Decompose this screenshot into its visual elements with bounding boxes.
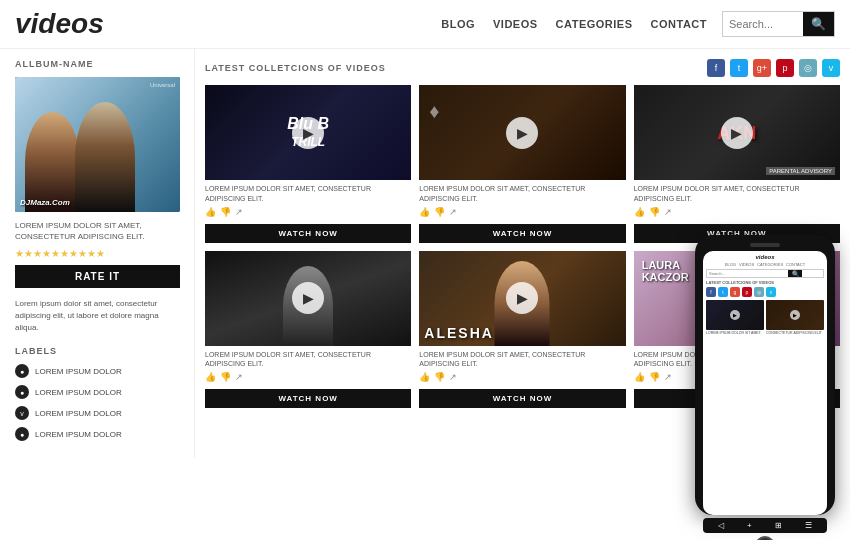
like-icon-3[interactable]: 👍 [634,207,645,217]
video-card-2: ♦ ▶ LOREM IPSUM DOLOR SIT AMET, CONSECTE… [419,85,625,243]
video-thumb-1[interactable]: Blu BTRILL ▶ [205,85,411,180]
like-icon-6[interactable]: 👍 [634,372,645,382]
label-dot-3: v [15,406,29,420]
album-long-description: Lorem ipsum dolor sit amet, consectetur … [15,298,179,334]
nav-blog[interactable]: BLOG [441,18,475,30]
phone-outer: videos BLOG VIDEOS CATEGORIES CONTACT 🔍 … [695,235,835,515]
rate-button[interactable]: RATE IT [15,265,180,288]
video-thumb-4[interactable]: ▶ [205,251,411,346]
phone-nav-contact: CONTACT [786,262,805,267]
phone-play-1[interactable]: ▶ [730,310,740,320]
nav-videos[interactable]: VIDEOS [493,18,538,30]
video-desc-1: LOREM IPSUM DOLOR SIT AMET, CONSECTETUR … [205,184,411,204]
video-thumb-2[interactable]: ♦ ▶ [419,85,625,180]
list-item: v LOREM IPSUM DOLOR [15,406,179,420]
video-desc-5: LOREM IPSUM DOLOR SIT AMET, CONSECTETUR … [419,350,625,370]
phone-fb-icon[interactable]: f [706,287,716,297]
list-item: ● LOREM IPSUM DOLOR [15,364,179,378]
phone-grid-icon[interactable]: ⊞ [775,521,782,530]
share-icon-2[interactable]: ↗ [449,207,457,217]
phone-menu-icon[interactable]: ☰ [805,521,812,530]
pinterest-icon[interactable]: p [776,59,794,77]
phone-social-icons: f t g p ◎ v [706,287,824,297]
phone-nav-blog: BLOG [725,262,736,267]
like-icon-1[interactable]: 👍 [205,207,216,217]
video-grid-row1: Blu BTRILL ▶ LOREM IPSUM DOLOR SIT AMET,… [205,85,840,243]
phone-nav-categories: CATEGORIES [757,262,783,267]
search-button[interactable]: 🔍 [803,12,834,36]
phone-search: 🔍 [706,269,824,278]
phone-back-icon[interactable]: ◁ [718,521,724,530]
dislike-icon-5[interactable]: 👎 [434,372,445,382]
dislike-icon-6[interactable]: 👎 [649,372,660,382]
video-desc-4: LOREM IPSUM DOLOR SIT AMET, CONSECTETUR … [205,350,411,370]
video-card-1: Blu BTRILL ▶ LOREM IPSUM DOLOR SIT AMET,… [205,85,411,243]
watch-button-1[interactable]: WATCH NOW [205,224,411,243]
share-icon-6[interactable]: ↗ [664,372,672,382]
facebook-icon[interactable]: f [707,59,725,77]
play-button-3[interactable]: ▶ [721,117,753,149]
phone-tw-icon[interactable]: t [718,287,728,297]
play-button-2[interactable]: ▶ [506,117,538,149]
vimeo-icon[interactable]: v [822,59,840,77]
label-dot-2: ● [15,385,29,399]
video-actions-2: 👍 👎 ↗ [419,207,625,217]
phone-logo: videos [706,254,824,260]
video-desc-2: LOREM IPSUM DOLOR SIT AMET, CONSECTETUR … [419,184,625,204]
album-description: LOREM IPSUM DOLOR SIT AMET, CONSECTETUR … [15,220,179,242]
video-actions-4: 👍 👎 ↗ [205,372,411,382]
video-thumb-3[interactable]: AKN PARENTAL ADVISORY ▶ [634,85,840,180]
watch-button-2[interactable]: WATCH NOW [419,224,625,243]
video-desc-3: LOREM IPSUM DOLOR SIT AMET, CONSECTETUR … [634,184,840,204]
like-icon-2[interactable]: 👍 [419,207,430,217]
like-icon-5[interactable]: 👍 [419,372,430,382]
vine-icon[interactable]: ◎ [799,59,817,77]
video-thumb-5[interactable]: ALESHA ▶ [419,251,625,346]
phone-gp-icon[interactable]: g [730,287,740,297]
share-icon-3[interactable]: ↗ [664,207,672,217]
album-thumbnail: DJMaza.Com Universal [15,77,180,212]
phone-pin-icon[interactable]: p [742,287,752,297]
nav-categories[interactable]: CATEGORIES [556,18,633,30]
share-icon-5[interactable]: ↗ [449,372,457,382]
phone-video-card-1: ▶ LOREM IPSUM DOLOR SIT AMET, [706,300,764,335]
dislike-icon-3[interactable]: 👎 [649,207,660,217]
search-input[interactable] [723,14,803,34]
labels-title: LABELS [15,346,179,356]
phone-vc-icon[interactable]: ◎ [754,287,764,297]
dislike-icon-2[interactable]: 👎 [434,207,445,217]
phone-search-button[interactable]: 🔍 [788,270,802,277]
phone-video-text-1: LOREM IPSUM DOLOR SIT AMET, [706,331,764,335]
label-dot-4: ● [15,427,29,441]
phone-nav-videos: VIDEOS [739,262,754,267]
phone-search-input[interactable] [707,270,788,277]
phone-section-title: LATEST COLLETCIONS OF VIDEOS [706,280,824,285]
watch-button-5[interactable]: WATCH NOW [419,389,625,408]
phone-plus-icon[interactable]: + [747,521,752,530]
phone-video-thumb-2[interactable]: ▶ [766,300,824,330]
video-actions-5: 👍 👎 ↗ [419,372,625,382]
play-button-5[interactable]: ▶ [506,282,538,314]
list-item: ● LOREM IPSUM DOLOR [15,385,179,399]
share-icon-4[interactable]: ↗ [235,372,243,382]
social-icons: f t g+ p ◎ v [707,59,840,77]
phone-vm-icon[interactable]: v [766,287,776,297]
dislike-icon-1[interactable]: 👎 [220,207,231,217]
share-icon-1[interactable]: ↗ [235,207,243,217]
nav-contact[interactable]: CONTACT [651,18,707,30]
phone-video-thumb-1[interactable]: ▶ [706,300,764,330]
label-text-1: LOREM IPSUM DOLOR [35,367,122,376]
play-button-4[interactable]: ▶ [292,282,324,314]
twitter-icon[interactable]: t [730,59,748,77]
phone-video-text-2: CONSECTETUR ADIPISCING ELIT. [766,331,824,335]
phone-home-button[interactable] [755,536,775,540]
video-actions-1: 👍 👎 ↗ [205,207,411,217]
phone-play-2[interactable]: ▶ [790,310,800,320]
label-dot-1: ● [15,364,29,378]
content-header: LATEST COLLETCIONS OF VIDEOS f t g+ p ◎ … [205,59,840,77]
watch-button-4[interactable]: WATCH NOW [205,389,411,408]
like-icon-4[interactable]: 👍 [205,372,216,382]
dislike-icon-4[interactable]: 👎 [220,372,231,382]
googleplus-icon[interactable]: g+ [753,59,771,77]
play-button-1[interactable]: ▶ [292,117,324,149]
